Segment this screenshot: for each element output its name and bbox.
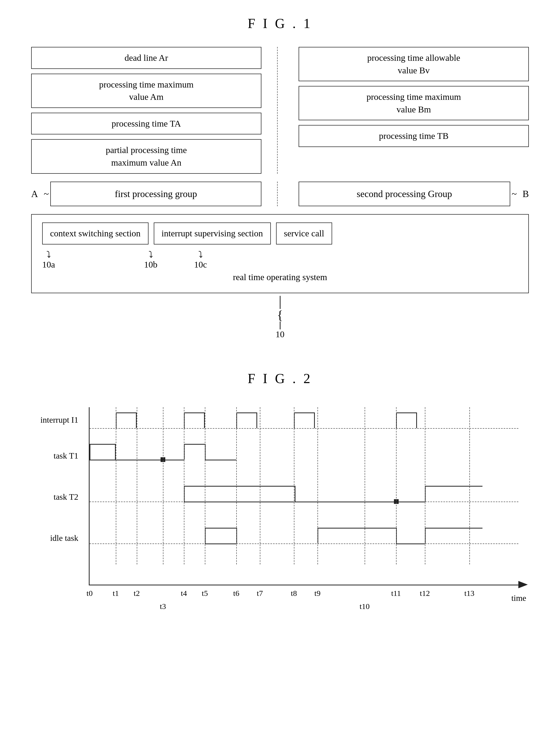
xlabel-t11: t11 [391,589,401,598]
fig1-right-col: processing time allowablevalue Bv proces… [277,47,529,174]
proc-time-ta-box: processing time TA [31,113,261,135]
group-b-squiggle: ~ [512,188,517,199]
task-t2-base-t11t12 [396,501,425,502]
connector-10: { 10 [31,296,529,339]
rtos-box: context switching section interrupt supe… [31,214,529,293]
task-t2-high-2 [425,486,482,487]
vline-t3 [163,407,163,564]
xlabel-t3: t3 [160,602,166,611]
bracket-10: { [277,309,283,321]
idle-dashline [90,544,518,544]
interrupt-pulse-5 [396,412,417,428]
task-t2-base-t8t11 [295,501,397,502]
squiggle-10a: ⤵ [46,250,51,260]
first-processing-group-box: first processing group [50,182,261,206]
proc-time-max-am-box: processing time maximumvalue Am [31,74,261,108]
connector-line [280,296,281,309]
proc-time-allow-bv-box: processing time allowablevalue Bv [299,47,529,81]
y-label-interrupt: interrupt I1 [31,415,84,425]
dead-line-box: dead line Ar [31,47,261,69]
xlabel-t6: t6 [233,589,239,598]
xlabel-t10: t10 [360,602,369,611]
group-a-squiggle: ~ [44,188,49,199]
interrupt-pulse-3 [236,412,257,428]
xlabel-t5: t5 [202,589,208,598]
vline-t13b [469,407,470,564]
xlabel-t9: t9 [314,589,320,598]
fig2-title: F I G . 2 [31,371,529,386]
fig1-left-col: dead line Ar processing time maximumvalu… [31,47,277,174]
xlabel-t1: t1 [113,589,119,598]
interrupt-pulse-4 [294,412,315,428]
vline-t7 [260,407,260,564]
idle-seg-t5t6 [205,544,236,544]
interrupt-supervising-box: interrupt supervising section [154,222,271,245]
group-b-label: B [523,188,529,199]
fig1-groups-left: A ~ first processing group [31,182,277,206]
ref-10c: ⤵ 10c [194,250,207,270]
xlabel-t8: t8 [291,589,297,598]
fig1-top-section: dead line Ar processing time maximumvalu… [31,47,529,174]
squiggle-10b: ⤵ [148,250,153,260]
partial-proc-time-box: partial processing timemaximum value An [31,139,261,174]
fig1-diagram: F I G . 1 dead line Ar processing time m… [31,16,529,339]
ref-10b: ⤵ 10b [144,250,157,270]
xlabel-t0: t0 [87,589,93,598]
rtos-sections: context switching section interrupt supe… [42,222,518,245]
vline-t8 [294,407,295,564]
xlabel-t7: t7 [257,589,263,598]
second-processing-group-box: second processing Group [299,182,510,206]
idle-high-t12 [425,528,482,529]
y-labels: interrupt I1 task T1 task T2 idle task [31,415,84,543]
x-arrow [518,581,528,588]
task-t1-pulse-start [90,444,116,460]
y-label-task-t2: task T2 [31,492,84,502]
chart-plot: time [89,407,518,585]
fig1-groups-right: second processing Group ~ B [277,182,529,206]
fig1-title: F I G . 1 [31,16,529,31]
vline-t4 [184,407,185,564]
vline-t5 [205,407,205,564]
xlabel-t4: t4 [181,589,187,598]
ref-10: 10 [275,330,285,339]
idle-high-t9t11 [318,528,396,529]
chart-area: interrupt I1 task T1 task T2 idle task t… [31,407,529,607]
context-switching-box: context switching section [42,222,148,245]
squiggle-10c: ⤵ [198,250,203,260]
y-label-idle-task: idle task [31,533,84,543]
idle-high-t5t6 [205,528,236,529]
xlabel-t2: t2 [134,589,140,598]
task-t1-base-t3t4 [163,460,184,460]
fig2-diagram: F I G . 2 interrupt I1 task T1 task T2 i… [31,371,529,607]
task-t1-base-t5t6 [205,460,236,460]
vline-t6 [236,407,237,564]
interrupt-pulse-1 [116,412,137,428]
ref-10a: ⤵ 10a [42,250,55,270]
xlabel-t12: t12 [420,589,430,598]
proc-time-tb-box: processing time TB [299,125,529,147]
task-t2-high-1 [185,486,295,487]
task-t2-solid-1 [184,501,294,502]
vline-t2 [137,407,137,564]
rtos-refs: ⤵ 10a ⤵ 10b ⤵ 10c [42,250,518,270]
vline-t10 [365,407,365,564]
xlabel-t13: t13 [464,589,474,598]
service-call-box: service call [276,222,332,245]
idle-base-t11t12 [396,544,425,544]
vline-t1 [116,407,116,564]
interrupt-baseline [90,428,518,429]
interrupt-pulse-2 [184,412,205,428]
proc-time-max-bm-box: processing time maximumvalue Bm [299,86,529,120]
rtos-label: real time operating system [42,272,518,282]
fig1-groups-row: A ~ first processing group second proces… [31,182,529,206]
y-label-task-t1: task T1 [31,451,84,461]
task-t1-seg1 [90,460,163,460]
task-t1-seg2 [184,444,205,445]
vline-t9 [318,407,318,564]
group-a-label: A [31,188,38,199]
task-t2-drop-t8 [295,486,296,501]
connector-line2 [280,321,281,330]
vline-t12 [425,407,425,564]
vline-t11 [396,407,397,564]
time-label: time [511,593,526,603]
